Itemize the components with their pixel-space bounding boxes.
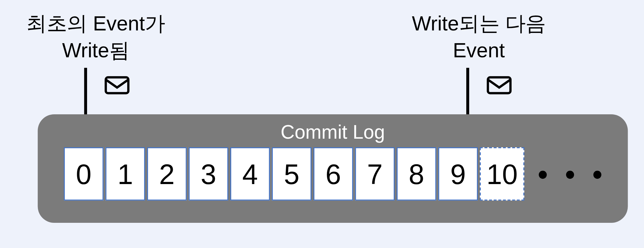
envelope-icon [104,72,131,99]
log-cell: 2 [147,147,187,201]
log-cell: 7 [355,147,395,201]
commit-log-cells: 0 1 2 3 4 5 6 7 8 9 10 • • • [64,147,607,201]
log-cell: 9 [438,147,478,201]
svg-rect-1 [488,77,511,93]
log-cell: 5 [272,147,312,201]
log-cell-pending: 10 [480,147,524,201]
log-cell: 6 [313,147,353,201]
log-cell: 3 [189,147,229,201]
first-event-label: 최초의 Event가 Write됨 [19,11,173,64]
commit-log-title: Commit Log [281,121,385,143]
log-cell: 8 [397,147,436,201]
next-event-label: Write되는 다음 Event [402,11,556,64]
log-cell: 4 [230,147,270,201]
log-cell: 0 [64,147,104,201]
log-cell: 1 [106,147,145,201]
commit-log-container: Commit Log 0 1 2 3 4 5 6 7 8 9 10 • • • [38,114,628,223]
svg-rect-0 [106,77,129,93]
ellipsis-icon: • • • [538,147,607,201]
envelope-icon [486,72,513,99]
